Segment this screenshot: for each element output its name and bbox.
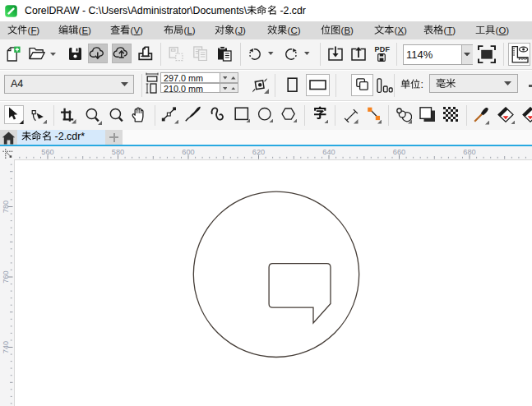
svg-text:580: 580 bbox=[112, 148, 124, 156]
svg-text:680: 680 bbox=[463, 148, 475, 156]
svg-text:560: 560 bbox=[41, 148, 53, 156]
svg-text:780: 780 bbox=[2, 200, 10, 212]
svg-text:600: 600 bbox=[182, 148, 194, 156]
svg-text:740: 740 bbox=[2, 340, 10, 353]
svg-text:620: 620 bbox=[252, 148, 265, 156]
svg-text:660: 660 bbox=[393, 148, 405, 156]
svg-text:760: 760 bbox=[2, 270, 10, 283]
svg-text:640: 640 bbox=[322, 148, 335, 156]
